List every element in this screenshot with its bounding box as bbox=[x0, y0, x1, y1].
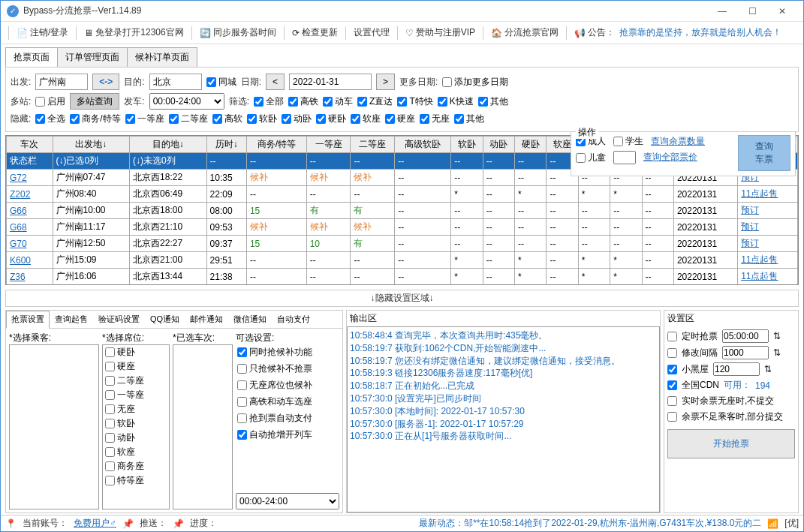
date-input[interactable] bbox=[289, 74, 372, 90]
blackroom-value[interactable] bbox=[713, 362, 760, 376]
col-header[interactable]: 动卧 bbox=[483, 137, 514, 153]
maximize-button[interactable]: ☐ bbox=[737, 1, 767, 22]
selected-train-list[interactable] bbox=[173, 344, 233, 509]
table-row[interactable]: K600广州15:09北京西21:0029:51--------*--*--**… bbox=[7, 252, 798, 269]
filter-other[interactable] bbox=[478, 97, 488, 107]
enable-multi-checkbox[interactable] bbox=[35, 97, 45, 107]
subtab[interactable]: 微信通知 bbox=[228, 311, 272, 328]
filter-dongche[interactable] bbox=[323, 97, 333, 107]
from-input[interactable] bbox=[35, 74, 88, 90]
hide-gr[interactable] bbox=[212, 114, 222, 124]
notenough-checkbox[interactable] bbox=[667, 412, 677, 422]
proxy-menu[interactable]: 设置代理 bbox=[351, 25, 393, 41]
filter-z[interactable] bbox=[357, 97, 367, 107]
blackroom-checkbox[interactable] bbox=[667, 365, 677, 374]
hide-settings-toggle[interactable]: ↓隐藏设置区域↓ bbox=[5, 290, 799, 307]
col-header[interactable]: 二等座 bbox=[351, 137, 395, 153]
swap-button[interactable]: <-> bbox=[92, 74, 119, 90]
logout-menu[interactable]: 📄注销/登录 bbox=[14, 25, 71, 41]
seat-item[interactable]: 软卧 bbox=[103, 416, 169, 431]
col-header[interactable]: 一等座 bbox=[306, 137, 351, 153]
check-update-menu[interactable]: ⟳检查更新 bbox=[289, 25, 341, 41]
start-grab-button[interactable]: 开始抢票 bbox=[667, 429, 795, 458]
query-price-link[interactable]: 查询全部票价 bbox=[643, 151, 697, 164]
table-row[interactable]: Z202广州08:40北京西06:4922:09--------*--*--**… bbox=[7, 186, 798, 203]
minimize-button[interactable]: — bbox=[707, 1, 737, 22]
col-header[interactable]: 历时↓ bbox=[206, 137, 246, 153]
seat-item[interactable]: 一等座 bbox=[103, 388, 169, 402]
cdn-checkbox[interactable] bbox=[667, 380, 677, 390]
filter-k[interactable] bbox=[438, 97, 447, 107]
child-count-input[interactable] bbox=[613, 151, 636, 164]
hide-yw[interactable] bbox=[316, 114, 326, 124]
close-button[interactable]: ✕ bbox=[767, 1, 797, 22]
seat-item[interactable]: 商务座 bbox=[103, 459, 169, 473]
subtab[interactable]: QQ通知 bbox=[145, 311, 185, 328]
noseat-checkbox[interactable] bbox=[667, 396, 677, 406]
interval-value[interactable] bbox=[722, 346, 769, 359]
tab-waitlist[interactable]: 候补订单页面 bbox=[127, 47, 197, 67]
col-header[interactable]: 出发地↓ bbox=[53, 137, 130, 153]
option-item[interactable]: 只抢候补不抢票 bbox=[237, 362, 338, 375]
table-row[interactable]: G66广州南10:00北京西18:0008:0015有有------------… bbox=[7, 203, 798, 219]
seat-item[interactable]: 特等座 bbox=[103, 473, 169, 488]
option-item[interactable]: 高铁和动车选座 bbox=[237, 395, 338, 408]
filter-gaotie[interactable] bbox=[288, 97, 298, 107]
addmore-checkbox[interactable] bbox=[442, 77, 452, 87]
seat-item[interactable]: 硬座 bbox=[103, 359, 169, 374]
sync-time-menu[interactable]: 🔄同步服务器时间 bbox=[197, 25, 279, 41]
hide-all[interactable] bbox=[35, 114, 45, 124]
subtab[interactable]: 验证码设置 bbox=[93, 311, 145, 328]
filter-t[interactable] bbox=[397, 97, 407, 107]
seat-item[interactable]: 二等座 bbox=[103, 374, 169, 388]
timed-value[interactable] bbox=[722, 329, 769, 343]
table-row[interactable]: G68广州南11:17北京西21:1009:53候补候补候补----------… bbox=[7, 219, 798, 236]
hide-qt[interactable] bbox=[454, 114, 464, 124]
subtab[interactable]: 邮件通知 bbox=[185, 311, 228, 328]
option-item[interactable]: 同时抢候补功能 bbox=[237, 346, 338, 359]
option-item[interactable]: 无座席位也候补 bbox=[237, 379, 338, 392]
tab-orders[interactable]: 订单管理页面 bbox=[57, 47, 128, 67]
seat-item[interactable]: 动卧 bbox=[103, 431, 169, 445]
col-header[interactable]: 软卧 bbox=[451, 137, 483, 153]
col-header[interactable]: 高级软卧 bbox=[395, 137, 451, 153]
table-row[interactable]: Z36广州16:06北京西13:4421:38--------*--*--**-… bbox=[7, 269, 798, 285]
date-next-button[interactable]: > bbox=[376, 74, 395, 90]
subtab[interactable]: 查询起售 bbox=[50, 311, 93, 328]
account-type[interactable]: 免费用户♂ bbox=[74, 517, 116, 530]
hide-rw[interactable] bbox=[247, 114, 257, 124]
hide-dw[interactable] bbox=[282, 114, 291, 124]
student-checkbox[interactable] bbox=[613, 137, 623, 146]
query-ticket-button[interactable]: 查询 车票 bbox=[738, 135, 790, 171]
seat-item[interactable]: 无座 bbox=[103, 402, 169, 416]
hide-yz[interactable] bbox=[385, 114, 395, 124]
col-header[interactable]: 目的地↓ bbox=[130, 137, 207, 153]
hide-yd[interactable] bbox=[125, 114, 135, 124]
hide-wz[interactable] bbox=[420, 114, 429, 124]
seat-item[interactable]: 软座 bbox=[103, 445, 169, 459]
date-prev-button[interactable]: < bbox=[266, 74, 285, 90]
hide-rz[interactable] bbox=[351, 114, 360, 124]
col-header[interactable]: 商务/特等 bbox=[246, 137, 306, 153]
child-checkbox[interactable] bbox=[576, 153, 586, 163]
multi-query-button[interactable]: 多站查询 bbox=[70, 93, 119, 110]
col-header[interactable]: 车次 bbox=[7, 137, 53, 153]
dep-time-select[interactable]: 00:00-24:00 bbox=[149, 93, 224, 110]
seat-item[interactable]: 硬卧 bbox=[103, 345, 169, 359]
subtab[interactable]: 抢票设置 bbox=[6, 311, 50, 329]
interval-checkbox[interactable] bbox=[667, 348, 677, 358]
open-12306-menu[interactable]: 🖥免登录打开12306官网 bbox=[81, 25, 186, 41]
table-row[interactable]: G70广州南12:50北京西22:2709:371510有-----------… bbox=[7, 236, 798, 252]
output-box[interactable]: 10:58:48:4 查询完毕，本次查询共用时:435毫秒。10:58:19:7… bbox=[347, 326, 660, 512]
option-item[interactable]: 抢到票自动支付 bbox=[237, 412, 338, 425]
opt-time-select[interactable]: 00:00-24:00 bbox=[236, 493, 339, 509]
to-input[interactable] bbox=[149, 74, 202, 90]
filter-all[interactable] bbox=[254, 97, 263, 107]
timed-checkbox[interactable] bbox=[667, 332, 677, 341]
col-header[interactable]: 硬卧 bbox=[515, 137, 547, 153]
option-item[interactable]: 自动抢增开列车 bbox=[237, 428, 338, 441]
subtab[interactable]: 自动支付 bbox=[272, 311, 315, 328]
query-remain-link[interactable]: 查询余票数量 bbox=[651, 135, 705, 148]
samecity-checkbox[interactable] bbox=[206, 77, 216, 87]
hide-ed[interactable] bbox=[169, 114, 179, 124]
